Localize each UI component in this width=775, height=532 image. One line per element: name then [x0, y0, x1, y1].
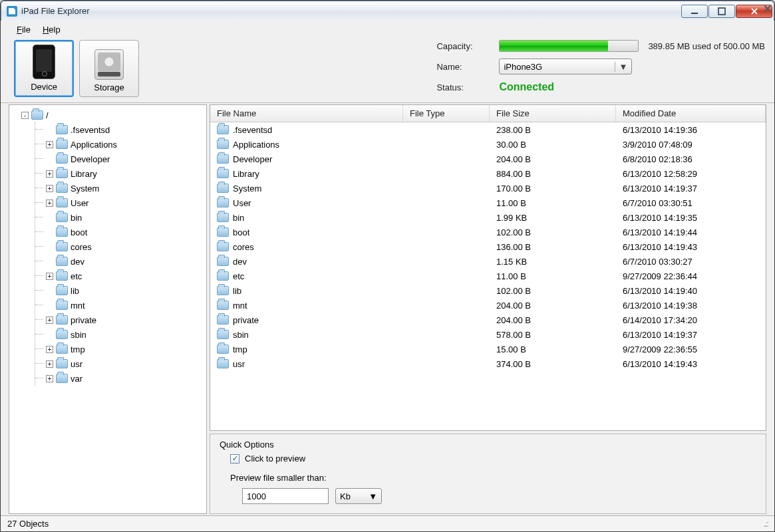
name-label: Name:: [436, 62, 490, 72]
file-size: 11.00 B: [490, 198, 616, 208]
file-size: 15.00 B: [490, 344, 616, 354]
folder-tree[interactable]: - / .fseventsd + Applications Developer …: [9, 104, 207, 514]
file-row[interactable]: mnt 204.00 B 6/13/2010 14:19:38: [210, 298, 766, 313]
file-name: User: [233, 198, 251, 208]
tree-item-label[interactable]: cores: [71, 242, 92, 252]
folder-icon: [217, 301, 229, 310]
file-row[interactable]: Developer 204.00 B 6/8/2010 02:18:36: [210, 152, 766, 166]
name-select[interactable]: iPhone3G ▼: [499, 59, 632, 74]
file-row[interactable]: sbin 578.00 B 6/13/2010 14:19:37: [210, 327, 766, 342]
resize-grip-icon[interactable]: ..::: [764, 519, 768, 529]
window-title: iPad File Explorer: [21, 6, 681, 16]
tree-expand-icon[interactable]: +: [46, 200, 53, 207]
tree-root-label[interactable]: /: [46, 110, 49, 120]
file-date: 6/13/2010 14:19:40: [616, 286, 766, 296]
folder-icon: [56, 154, 68, 164]
tree-item-label[interactable]: tmp: [71, 344, 85, 354]
storage-icon: [94, 49, 124, 80]
file-row[interactable]: private 204.00 B 6/14/2010 17:34:20: [210, 313, 766, 327]
tree-collapse-icon[interactable]: -: [21, 112, 29, 119]
file-name: sbin: [233, 330, 249, 340]
col-filetype[interactable]: File Type: [403, 105, 490, 122]
tree-item-label[interactable]: boot: [71, 227, 87, 237]
tree-item-label[interactable]: lib: [71, 286, 79, 296]
tree-expand-icon[interactable]: +: [46, 185, 53, 192]
file-row[interactable]: .fseventsd 238.00 B 6/13/2010 14:19:36: [210, 122, 766, 137]
tree-expand-icon[interactable]: +: [46, 346, 53, 353]
file-size: 204.00 B: [490, 315, 616, 325]
status-objects: 27 Objects: [7, 519, 49, 529]
file-row[interactable]: boot 102.00 B 6/13/2010 14:19:44: [210, 225, 766, 239]
file-row[interactable]: Applications 30.00 B 3/9/2010 07:48:09: [210, 137, 766, 152]
file-size: 30.00 B: [490, 140, 616, 150]
preview-size-input[interactable]: 1000: [242, 488, 329, 504]
capacity-bar: [499, 40, 639, 52]
tree-item-label[interactable]: var: [71, 374, 82, 384]
folder-icon: [56, 330, 68, 339]
file-row[interactable]: tmp 15.00 B 9/27/2009 22:36:55: [210, 342, 766, 356]
preview-checkbox[interactable]: ✓: [230, 454, 239, 464]
tree-item-label[interactable]: sbin: [71, 330, 86, 340]
folder-icon: [56, 257, 68, 266]
tree-expand-icon[interactable]: +: [46, 170, 53, 178]
tree-item-label[interactable]: bin: [71, 213, 82, 223]
device-button[interactable]: Device: [14, 40, 74, 97]
file-name: bin: [233, 213, 244, 223]
status-bar: 27 Objects ..::: [1, 515, 774, 531]
tree-item-label[interactable]: Developer: [71, 154, 110, 164]
storage-button[interactable]: Storage: [79, 40, 139, 97]
tree-expand-icon[interactable]: +: [46, 375, 53, 382]
tree-item-label[interactable]: System: [71, 184, 99, 194]
tree-expand-icon[interactable]: +: [46, 141, 53, 148]
menu-help[interactable]: Help: [43, 25, 61, 35]
tree-expand-icon[interactable]: +: [46, 273, 53, 280]
file-row[interactable]: lib 102.00 B 6/13/2010 14:19:40: [210, 283, 766, 298]
tree-item-label[interactable]: mnt: [71, 301, 85, 311]
file-date: 6/13/2010 14:19:35: [616, 213, 766, 223]
tree-expand-icon[interactable]: +: [46, 317, 53, 324]
file-row[interactable]: dev 1.15 KB 6/7/2010 03:30:27: [210, 254, 766, 269]
file-list[interactable]: File Name File Type File Size Modified D…: [210, 104, 766, 431]
col-filesize[interactable]: File Size: [490, 105, 616, 122]
tree-item-label[interactable]: usr: [71, 359, 82, 369]
preview-unit-select[interactable]: Kb ▼: [335, 488, 382, 504]
file-name: Library: [233, 169, 259, 179]
file-row[interactable]: User 11.00 B 6/7/2010 03:30:51: [210, 196, 766, 210]
tree-item-label[interactable]: dev: [71, 257, 84, 267]
file-row[interactable]: etc 11.00 B 9/27/2009 22:36:44: [210, 269, 766, 283]
folder-icon: [56, 125, 68, 134]
file-row[interactable]: cores 136.00 B 6/13/2010 14:19:43: [210, 239, 766, 254]
file-date: 6/13/2010 14:19:37: [616, 184, 766, 194]
file-row[interactable]: System 170.00 B 6/13/2010 14:19:37: [210, 181, 766, 196]
tree-item-label[interactable]: .fseventsd: [71, 125, 110, 135]
tree-expand-icon[interactable]: +: [46, 360, 53, 368]
col-filename[interactable]: File Name: [210, 105, 403, 122]
tree-item-label[interactable]: private: [71, 315, 96, 325]
file-row[interactable]: bin 1.99 KB 6/13/2010 14:19:35: [210, 210, 766, 225]
app-icon: [7, 6, 17, 17]
folder-icon: [217, 213, 229, 222]
folder-icon: [217, 359, 229, 368]
file-row[interactable]: usr 374.00 B 6/13/2010 14:19:43: [210, 356, 766, 371]
tree-item-label[interactable]: etc: [71, 271, 82, 281]
menu-file[interactable]: File: [17, 25, 31, 35]
folder-icon: [217, 169, 229, 178]
minimize-button[interactable]: [681, 5, 708, 18]
file-date: 6/13/2010 14:19:43: [616, 242, 766, 252]
chevron-down-icon: ▼: [615, 62, 628, 72]
file-row[interactable]: Library 884.00 B 6/13/2010 12:58:29: [210, 166, 766, 181]
tree-item-label[interactable]: User: [71, 198, 88, 208]
folder-icon: [31, 110, 43, 120]
status-label: Status:: [436, 82, 490, 92]
list-header[interactable]: File Name File Type File Size Modified D…: [210, 105, 766, 122]
maximize-button[interactable]: [708, 5, 735, 18]
folder-icon: [217, 271, 229, 281]
col-modified[interactable]: Modified Date: [616, 105, 766, 122]
quick-options-panel: Quick Options ✓ Click to preview Preview…: [210, 434, 766, 514]
folder-icon: [217, 184, 229, 193]
device-label: Device: [31, 82, 57, 92]
tree-item-label[interactable]: Applications: [71, 140, 117, 150]
folder-icon: [56, 286, 68, 295]
tree-item-label[interactable]: Library: [71, 169, 97, 179]
file-name: usr: [233, 359, 245, 369]
